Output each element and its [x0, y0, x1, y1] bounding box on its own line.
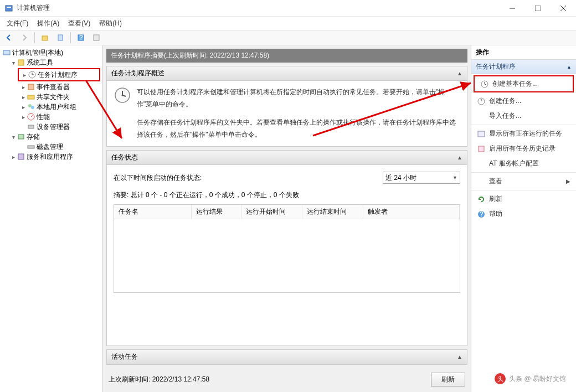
help-button[interactable]: ?: [74, 32, 88, 44]
tree-local-users[interactable]: ▸本地用户和组: [0, 102, 102, 112]
account-icon: [477, 159, 486, 168]
tree-label: 性能: [37, 112, 50, 122]
action-label: 启用所有任务历史记录: [489, 144, 556, 153]
expand-icon[interactable]: ▸: [20, 104, 27, 110]
toolbar-extra-button[interactable]: [90, 32, 103, 44]
expand-icon[interactable]: ▸: [10, 154, 17, 160]
forward-button[interactable]: [18, 32, 31, 44]
tree-performance[interactable]: ▸性能: [0, 112, 102, 122]
menu-file[interactable]: 文件(F): [2, 18, 33, 29]
svg-rect-10: [94, 35, 99, 40]
col-result[interactable]: 运行结果: [192, 205, 241, 219]
svg-rect-17: [28, 95, 34, 99]
clock-icon: [114, 86, 131, 104]
action-refresh[interactable]: 刷新: [471, 192, 576, 207]
help-icon: ?: [477, 210, 486, 219]
tree-systools[interactable]: ▾系统工具: [0, 58, 102, 68]
status-summary: 摘要: 总计 0 个 - 0 个正在运行，0 个成功，0 个停止，0 个失败: [107, 188, 467, 200]
col-end[interactable]: 运行结束时间: [302, 205, 363, 219]
svg-rect-25: [18, 154, 24, 159]
collapse-icon[interactable]: ▾: [10, 60, 17, 66]
tree-label: 磁盘管理: [37, 142, 63, 152]
properties-button[interactable]: [54, 32, 67, 44]
action-enable-history[interactable]: 启用所有任务历史记录: [471, 141, 576, 156]
close-button[interactable]: [551, 0, 576, 17]
center-pane: 任务计划程序摘要(上次刷新时间: 2022/2/13 12:47:58) 任务计…: [103, 45, 471, 392]
action-label: 帮助: [489, 209, 502, 219]
menu-help[interactable]: 帮助(H): [95, 18, 126, 29]
status-panel: 任务状态 ▲ 在以下时间段启动的任务状态: 近 24 小时 ▼ 摘要: 总计 0…: [106, 150, 467, 346]
active-panel: 活动任务 ▲: [106, 349, 467, 365]
toolbar-sep: [34, 32, 35, 43]
menu-view[interactable]: 查看(V): [64, 18, 95, 29]
tree-task-scheduler[interactable]: ▸任务计划程序: [19, 70, 99, 80]
action-help[interactable]: ? 帮助: [471, 207, 576, 221]
actions-pane: 操作 任务计划程序 ▲ 创建基本任务... 创建任务... 导入任务... 显示…: [471, 45, 576, 392]
action-label: 创建基本任务...: [492, 79, 538, 89]
svg-rect-12: [18, 60, 24, 65]
up-button[interactable]: [38, 32, 52, 44]
collapse-icon[interactable]: ▲: [457, 154, 462, 161]
history-icon: [477, 145, 486, 153]
divider: [471, 172, 576, 173]
minimize-button[interactable]: [500, 0, 525, 17]
period-combo[interactable]: 近 24 小时 ▼: [383, 172, 460, 184]
status-header[interactable]: 任务状态 ▲: [107, 151, 467, 165]
tree-device-manager[interactable]: ▸设备管理器: [0, 122, 102, 132]
expand-icon[interactable]: ▸: [20, 94, 27, 100]
overview-header[interactable]: 任务计划程序概述 ▲: [107, 66, 467, 81]
actions-subheader[interactable]: 任务计划程序 ▲: [471, 60, 576, 74]
tree-storage[interactable]: ▾存储: [0, 132, 102, 142]
app-icon: [4, 4, 13, 13]
maximize-button[interactable]: [525, 0, 551, 17]
action-label: 创建任务...: [489, 96, 521, 106]
collapse-icon[interactable]: ▲: [457, 70, 462, 76]
expand-icon[interactable]: ▸: [21, 72, 28, 78]
action-label: 刷新: [489, 194, 502, 204]
period-label: 在以下时间段启动的任务状态:: [114, 173, 202, 183]
active-title: 活动任务: [111, 352, 138, 362]
action-import[interactable]: 导入任务...: [471, 109, 576, 123]
tree-label: 事件查看器: [37, 82, 70, 92]
main-body: 计算机管理(本地) ▾系统工具 ▸任务计划程序 ▸事件查看器 ▸共享文件夹 ▸本…: [0, 45, 576, 392]
back-button[interactable]: [2, 32, 16, 44]
expand-icon[interactable]: ▸: [20, 114, 27, 120]
chevron-down-icon: ▼: [452, 175, 457, 180]
overview-p2: 任务存储在任务计划程序库的文件夹中。若要查看单独任务上的操作或执行该操作，请在任…: [137, 117, 460, 141]
active-header[interactable]: 活动任务 ▲: [107, 350, 467, 364]
nav-tree[interactable]: 计算机管理(本地) ▾系统工具 ▸任务计划程序 ▸事件查看器 ▸共享文件夹 ▸本…: [0, 45, 103, 392]
action-show-running[interactable]: 显示所有正在运行的任务: [471, 126, 576, 141]
action-label: 导入任务...: [489, 111, 521, 121]
tree-label: 服务和应用程序: [27, 152, 73, 162]
tree-event-viewer[interactable]: ▸事件查看器: [0, 82, 102, 92]
menu-action[interactable]: 操作(A): [33, 18, 64, 29]
collapse-icon[interactable]: ▲: [457, 354, 462, 360]
action-create[interactable]: 创建任务...: [471, 94, 576, 109]
col-start[interactable]: 运行开始时间: [241, 205, 302, 219]
tree-disk-management[interactable]: ▸磁盘管理: [0, 142, 102, 152]
action-view[interactable]: 查看 ▶: [471, 174, 576, 189]
tree-services-apps[interactable]: ▸服务和应用程序: [0, 152, 102, 162]
svg-text:?: ?: [79, 34, 83, 42]
action-create-basic[interactable]: 创建基本任务...: [475, 76, 573, 91]
svg-rect-22: [28, 125, 34, 128]
tree-shared-folders[interactable]: ▸共享文件夹: [0, 92, 102, 102]
svg-rect-23: [18, 135, 24, 139]
overview-panel: 任务计划程序概述 ▲ 可以使用任务计划程序来创建和管理计算机将在所指定的时间自动…: [106, 66, 467, 147]
tree-label: 共享文件夹: [37, 92, 70, 102]
watermark-icon: 头: [495, 373, 506, 384]
col-taskname[interactable]: 任务名: [114, 205, 192, 219]
watermark: 头 头条 @ 易盼好文馆: [495, 373, 566, 384]
task-table[interactable]: 任务名 运行结果 运行开始时间 运行结束时间 触发者: [114, 204, 460, 293]
svg-rect-3: [535, 6, 541, 11]
svg-point-29: [122, 95, 124, 96]
actions-header: 操作: [471, 45, 576, 60]
tree-root[interactable]: 计算机管理(本地): [0, 48, 102, 58]
col-trigger[interactable]: 触发者: [363, 205, 460, 219]
expand-icon[interactable]: ▸: [20, 84, 27, 90]
collapse-icon[interactable]: ▾: [10, 134, 17, 140]
action-at-account[interactable]: AT 服务帐户配置: [471, 156, 576, 171]
toolbar-sep: [70, 32, 71, 43]
action-label: AT 服务帐户配置: [489, 159, 539, 168]
refresh-button[interactable]: 刷新: [431, 373, 465, 386]
